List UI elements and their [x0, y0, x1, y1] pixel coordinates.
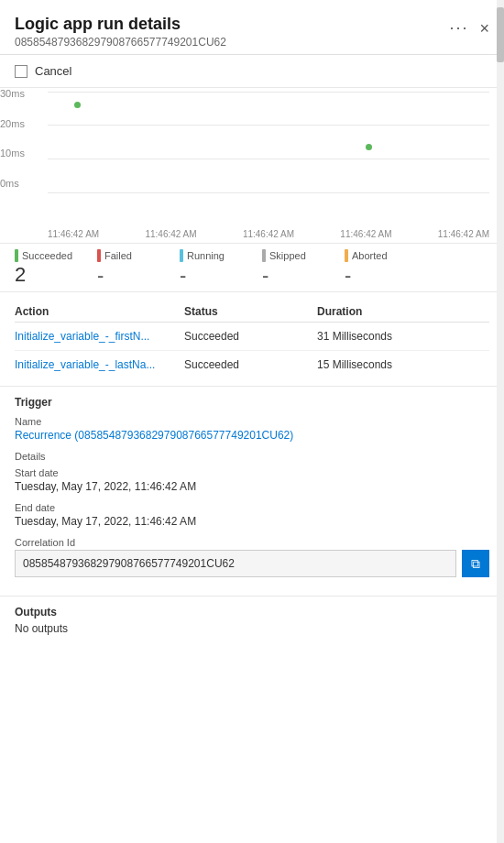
failed-label: Failed [104, 250, 132, 261]
aborted-bar [345, 249, 348, 262]
stat-failed-header: Failed [97, 249, 132, 262]
stat-running: Running - [180, 249, 262, 288]
action-status-2: Succeeded [184, 358, 317, 371]
start-date-label: Start date [15, 467, 489, 478]
stat-skipped: Skipped - [262, 249, 345, 288]
correlation-id-row: ⧉ [15, 550, 489, 577]
copy-icon: ⧉ [471, 556, 480, 572]
trigger-name-value[interactable]: Recurrence (0858548793682979087665777492… [15, 429, 489, 442]
ellipsis-button[interactable]: ··· [449, 18, 468, 38]
stat-aborted-header: Aborted [345, 249, 388, 262]
running-bar [180, 249, 183, 262]
trigger-section: Trigger Name Recurrence (085854879368297… [0, 387, 504, 597]
stat-aborted: Aborted - [345, 249, 427, 288]
action-duration-1: 31 Milliseconds [317, 330, 489, 343]
col-duration-header: Duration [317, 305, 489, 318]
panel-header: Logic app run details 085854879368297908… [0, 0, 504, 55]
header-actions: ··· × [449, 18, 489, 38]
running-value: - [180, 264, 186, 288]
actions-table: Action Status Duration Initialize_variab… [0, 292, 504, 387]
scrollbar-thumb[interactable] [497, 7, 504, 62]
action-name-1: Initialize_variable_-_firstN... [15, 330, 184, 343]
table-row[interactable]: Initialize_variable_-_firstN... Succeede… [15, 323, 489, 351]
x-label-4: 11:46:42 AM [340, 229, 391, 239]
skipped-label: Skipped [269, 250, 306, 261]
y-label-0: 0ms [0, 178, 25, 189]
correlation-id-input[interactable] [15, 550, 456, 577]
stats-row: Succeeded 2 Failed - Running - [0, 244, 504, 292]
y-label-30: 30ms [0, 88, 25, 99]
skipped-bar [262, 249, 266, 262]
header-left: Logic app run details 085854879368297908… [15, 15, 226, 49]
chart-dot-2 [366, 144, 372, 150]
aborted-value: - [345, 264, 351, 288]
action-name-2: Initialize_variable_-_lastNa... [15, 358, 184, 371]
cancel-bar: Cancel [0, 55, 504, 88]
stat-succeeded-header: Succeeded [15, 249, 72, 262]
x-label-5: 11:46:42 AM [438, 229, 489, 239]
y-label-20: 20ms [0, 118, 25, 129]
x-label-3: 11:46:42 AM [243, 229, 294, 239]
stat-succeeded: Succeeded 2 [15, 249, 97, 288]
outputs-section: Outputs No outputs [0, 597, 504, 644]
end-date-label: End date [15, 502, 489, 513]
copy-button[interactable]: ⧉ [462, 550, 489, 577]
col-status-header: Status [184, 305, 317, 318]
correlation-id-label: Correlation Id [15, 537, 489, 548]
close-button[interactable]: × [479, 20, 489, 37]
y-label-10: 10ms [0, 148, 25, 159]
stat-failed: Failed - [97, 249, 180, 288]
stat-running-header: Running [180, 249, 225, 262]
x-label-1: 11:46:42 AM [48, 229, 99, 239]
x-label-2: 11:46:42 AM [145, 229, 196, 239]
stat-skipped-header: Skipped [262, 249, 306, 262]
panel-title: Logic app run details [15, 15, 226, 34]
end-date-value: Tuesday, May 17, 2022, 11:46:42 AM [15, 515, 489, 528]
x-axis-labels: 11:46:42 AM 11:46:42 AM 11:46:42 AM 11:4… [48, 229, 489, 239]
succeeded-label: Succeeded [22, 250, 72, 261]
running-label: Running [187, 250, 225, 261]
col-action-header: Action [15, 305, 184, 318]
failed-value: - [97, 264, 104, 288]
cancel-checkbox[interactable] [15, 65, 27, 78]
name-label: Name [15, 416, 489, 427]
action-duration-2: 15 Milliseconds [317, 358, 489, 371]
start-date-value: Tuesday, May 17, 2022, 11:46:42 AM [15, 480, 489, 493]
details-label: Details [15, 451, 489, 462]
outputs-title: Outputs [15, 606, 489, 619]
panel-subtitle: 085854879368297908766577749201CU62 [15, 36, 226, 49]
failed-bar [97, 249, 101, 262]
table-header: Action Status Duration [15, 300, 489, 323]
succeeded-value: 2 [15, 264, 26, 286]
table-row[interactable]: Initialize_variable_-_lastNa... Succeede… [15, 351, 489, 378]
chart-dot-1 [74, 102, 81, 108]
trigger-title: Trigger [15, 396, 489, 409]
chart-area: 30ms 20ms 10ms 0ms 11:46:42 AM 11:46:42 … [0, 88, 504, 244]
skipped-value: - [262, 264, 268, 288]
aborted-label: Aborted [352, 250, 388, 261]
scrollbar-track[interactable] [497, 0, 504, 843]
succeeded-bar [15, 249, 18, 262]
cancel-label: Cancel [35, 64, 71, 78]
action-status-1: Succeeded [184, 330, 317, 343]
y-axis-labels: 30ms 20ms 10ms 0ms [0, 88, 25, 189]
no-outputs-text: No outputs [15, 622, 489, 635]
